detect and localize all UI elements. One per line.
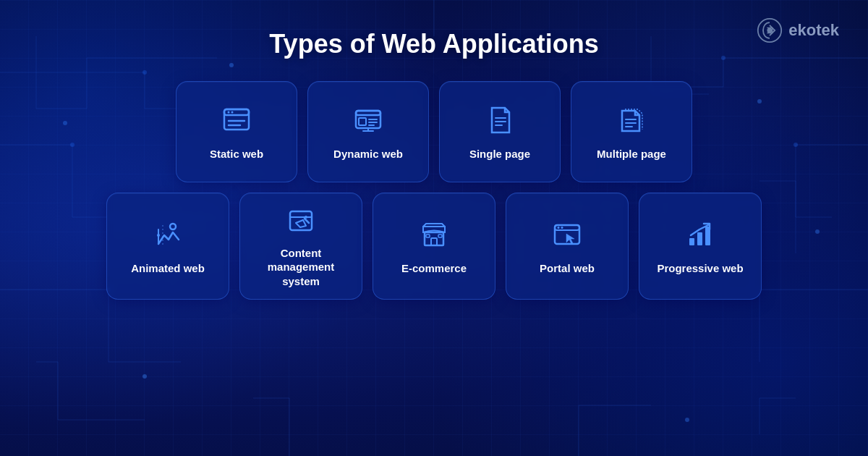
static-web-label: Static web — [210, 147, 263, 161]
card-single-page: Single page — [439, 81, 561, 182]
portal-web-label: Portal web — [540, 261, 595, 276]
ekotek-logo-icon — [757, 17, 783, 43]
card-cms: Content management system — [239, 193, 362, 300]
dynamic-web-icon — [352, 104, 385, 137]
multiple-page-icon — [615, 104, 648, 137]
multiple-page-label: Multiple page — [597, 147, 666, 161]
svg-point-33 — [170, 224, 176, 229]
logo-text: ekotek — [788, 21, 839, 40]
svg-point-34 — [157, 234, 160, 237]
svg-rect-21 — [359, 118, 366, 125]
svg-rect-42 — [438, 235, 442, 237]
svg-rect-48 — [697, 232, 702, 245]
single-page-icon — [483, 104, 516, 137]
card-multiple-page: Multiple page — [571, 81, 692, 182]
portal-web-icon — [550, 218, 584, 251]
card-dynamic-web: Dynamic web — [307, 81, 429, 182]
ecommerce-icon — [417, 218, 451, 251]
page-title: Types of Web Applications — [269, 29, 598, 59]
svg-point-45 — [558, 227, 560, 229]
card-progressive-web: Progressive web — [639, 193, 762, 300]
svg-point-38 — [305, 216, 307, 219]
svg-point-17 — [228, 111, 230, 114]
logo: ekotek — [757, 17, 839, 43]
ecommerce-label: E-commerce — [401, 261, 467, 276]
dynamic-web-label: Dynamic web — [333, 147, 403, 161]
svg-point-46 — [561, 227, 563, 229]
svg-rect-41 — [426, 235, 430, 237]
card-ecommerce: E-commerce — [373, 193, 495, 300]
card-animated-web: Animated web — [106, 193, 229, 300]
svg-point-18 — [231, 111, 234, 114]
progressive-web-icon — [684, 218, 717, 251]
animated-web-icon — [151, 218, 184, 251]
card-portal-web: Portal web — [506, 193, 629, 300]
card-static-web: Static web — [176, 81, 297, 182]
svg-rect-47 — [689, 238, 694, 245]
progressive-web-label: Progressive web — [657, 261, 743, 276]
static-web-icon — [220, 104, 253, 137]
row2-cards: Animated web Content management system — [106, 193, 762, 300]
main-content: ekotek Types of Web Applications Static … — [0, 0, 868, 456]
cms-icon — [284, 206, 318, 236]
row1-cards: Static web Dynamic web — [176, 81, 692, 182]
single-page-label: Single page — [469, 147, 530, 161]
svg-rect-20 — [356, 111, 380, 115]
svg-point-12 — [767, 28, 773, 33]
animated-web-label: Animated web — [131, 261, 205, 276]
cms-label: Content management system — [252, 246, 350, 289]
svg-rect-40 — [431, 238, 437, 245]
